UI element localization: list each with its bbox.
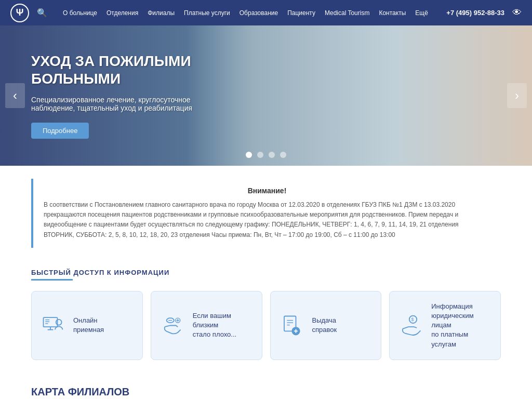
hero-slider: УХОД ЗА ПОЖИЛЫМИБОЛЬНЫМИ Специализирован… [0, 25, 532, 166]
quick-card-emergency[interactable]: Если вашим близкимстало плохо... [151, 291, 262, 360]
slider-next-button[interactable]: › [507, 83, 527, 108]
nav-education[interactable]: Образование [240, 9, 278, 17]
logo[interactable]: Ψ [10, 4, 29, 22]
quick-card-online[interactable]: Онлайнприемная [31, 291, 143, 360]
svg-rect-0 [43, 317, 57, 327]
quick-card-online-label: Онлайнприемная [73, 316, 104, 335]
quick-access-underline [31, 279, 73, 281]
quick-card-legal[interactable]: $ Информация юридическим лицампо платным… [389, 291, 501, 360]
slider-prev-button[interactable]: ‹ [5, 83, 25, 108]
hero-more-button[interactable]: Подробнее [31, 123, 89, 139]
slider-dot-1[interactable] [246, 152, 252, 158]
map-section: КАРТА ФИЛИАЛОВ [0, 376, 532, 399]
quick-access-cards: Онлайнприемная Если вашим близкимстало п… [31, 291, 501, 360]
hero-content: УХОД ЗА ПОЖИЛЫМИБОЛЬНЫМИ Специализирован… [0, 32, 260, 159]
slider-dots [246, 152, 286, 158]
search-icon[interactable]: 🔍 [37, 8, 47, 18]
nav-patient[interactable]: Пациенту [287, 9, 315, 17]
quick-access-section: БЫСТРЫЙ ДОСТУП К ИНФОРМАЦИИ Онлайнприемн… [0, 261, 532, 376]
nav-branches[interactable]: Филиалы [148, 9, 175, 17]
quick-card-legal-label: Информация юридическим лицампо платным у… [431, 302, 493, 349]
hero-subtitle: Специализированное лечение, круглосуточн… [31, 96, 229, 112]
quick-card-certificates-label: Выдачасправок [312, 316, 337, 335]
header: Ψ 🔍 О больнице Отделения Филиалы Платные… [0, 0, 532, 25]
svg-point-3 [56, 320, 61, 325]
quick-card-certificates[interactable]: Выдачасправок [270, 291, 382, 360]
main-nav: О больнице Отделения Филиалы Платные усл… [63, 9, 446, 17]
quick-card-emergency-label: Если вашим близкимстало плохо... [193, 311, 254, 340]
nav-about[interactable]: О больнице [63, 9, 97, 17]
phone-number: +7 (495) 952-88-33 [446, 9, 504, 17]
slider-dot-3[interactable] [269, 152, 275, 158]
hero-title: УХОД ЗА ПОЖИЛЫМИБОЛЬНЫМИ [31, 52, 229, 87]
svg-text:$: $ [411, 317, 414, 322]
notice-box: Внимание! В соответствии с Постановление… [31, 179, 501, 248]
notice-title: Внимание! [44, 187, 490, 195]
coin-hand-icon: $ [397, 312, 423, 338]
notice-section: Внимание! В соответствии с Постановление… [0, 166, 532, 261]
nav-departments[interactable]: Отделения [107, 9, 138, 17]
nav-paid[interactable]: Платные услуги [184, 9, 230, 17]
nav-medical-tourism[interactable]: Medical Tourism [325, 9, 369, 17]
nav-contacts[interactable]: Контакты [379, 9, 406, 17]
slider-dot-4[interactable] [280, 152, 286, 158]
notice-text: В соответствии с Постановлением главного… [44, 200, 490, 240]
nav-more[interactable]: Ещё [415, 9, 428, 17]
document-plus-icon [278, 312, 304, 338]
slider-dot-2[interactable] [257, 152, 263, 158]
hands-pill-icon [159, 312, 185, 338]
map-section-title: КАРТА ФИЛИАЛОВ [31, 386, 501, 398]
quick-access-title: БЫСТРЫЙ ДОСТУП К ИНФОРМАЦИИ [31, 269, 501, 276]
accessibility-icon[interactable]: 👁 [512, 7, 522, 18]
monitor-person-icon [39, 312, 65, 338]
